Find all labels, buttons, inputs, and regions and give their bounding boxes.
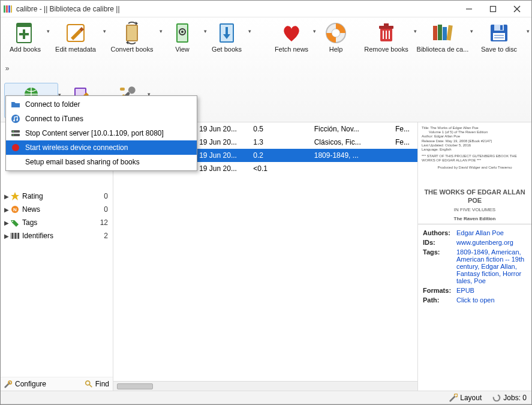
svg-rect-14 <box>127 26 137 40</box>
spinner-icon <box>492 394 501 402</box>
fetch-news-button[interactable]: ▾ Fetch news <box>270 20 312 54</box>
svg-point-55 <box>13 131 14 132</box>
svg-rect-34 <box>438 25 442 40</box>
svg-point-71 <box>494 394 500 401</box>
library-icon <box>431 21 455 45</box>
menu-connect-folder[interactable]: Connect to folder <box>6 97 197 112</box>
svg-point-51 <box>13 120 15 122</box>
chevron-right-icon: ▶ <box>4 220 10 226</box>
svg-line-70 <box>89 385 92 387</box>
blank-icon <box>11 157 20 167</box>
chevron-right-icon: ▶ <box>4 233 10 239</box>
book-preview: Title: The Works of Edgar Allan Poe Volu… <box>418 122 531 224</box>
floppy-disk-icon <box>487 21 511 45</box>
svg-rect-49 <box>120 88 125 91</box>
detail-authors[interactable]: Edgar Allan Poe <box>456 229 527 236</box>
wrench-icon <box>4 380 13 388</box>
detail-ids[interactable]: www.gutenberg.org <box>456 239 527 246</box>
remove-books-button[interactable]: ▾ Remove books <box>359 20 413 54</box>
category-tags[interactable]: ▶ Tags 12 <box>1 216 113 229</box>
svg-rect-0 <box>4 5 5 13</box>
jobs-button[interactable]: Jobs: 0 <box>492 394 527 402</box>
menu-connect-itunes[interactable]: Connect to iTunes <box>6 112 197 126</box>
view-button[interactable]: ▾ View <box>161 20 203 54</box>
svg-point-20 <box>181 31 184 33</box>
svg-rect-33 <box>433 26 437 40</box>
library-button[interactable]: ▾ Biblioteca de ca... <box>416 20 470 54</box>
svg-rect-64 <box>14 233 14 239</box>
get-books-icon <box>215 21 239 45</box>
maximize-button[interactable] <box>481 1 505 17</box>
calibre-app-icon <box>3 4 13 14</box>
add-books-button[interactable]: ▾ Add books <box>4 20 46 54</box>
svg-point-56 <box>13 134 14 136</box>
news-icon: N <box>10 205 20 214</box>
heart-icon <box>279 21 303 45</box>
detail-path[interactable]: Click to open <box>456 296 527 304</box>
chevron-right-icon: ▶ <box>4 206 10 213</box>
minimize-button[interactable] <box>457 1 481 17</box>
svg-point-69 <box>85 381 89 385</box>
svg-rect-3 <box>11 5 12 13</box>
detail-tags[interactable]: 1809-1849, American, American fiction --… <box>456 248 527 284</box>
svg-point-57 <box>12 144 19 151</box>
edit-metadata-button[interactable]: ▾ Edit metadata <box>49 20 103 54</box>
svg-point-52 <box>16 119 18 121</box>
svg-point-26 <box>332 29 340 37</box>
close-button[interactable] <box>505 1 529 17</box>
svg-rect-1 <box>6 5 8 13</box>
svg-point-50 <box>11 115 20 123</box>
svg-rect-9 <box>17 23 31 27</box>
svg-rect-2 <box>8 5 10 13</box>
svg-rect-35 <box>443 27 447 40</box>
configure-link[interactable]: Configure <box>4 380 46 388</box>
svg-rect-67 <box>18 233 19 239</box>
book-details: Authors:Edgar Allan Poe IDs:www.gutenber… <box>418 224 531 311</box>
svg-rect-29 <box>384 23 389 26</box>
svg-text:N: N <box>13 207 17 212</box>
menu-setup-email[interactable]: Setup email based sharing of books <box>6 155 197 169</box>
menu-stop-content-server[interactable]: Stop Content server [10.0.1.109, port 80… <box>6 126 197 140</box>
svg-rect-40 <box>493 33 505 40</box>
menu-start-wireless[interactable]: Start wireless device connection <box>6 140 197 155</box>
convert-books-button[interactable]: ▾ Convert books <box>105 20 159 54</box>
dropdown-arrow-icon[interactable]: ▾ <box>248 28 251 34</box>
svg-marker-58 <box>11 192 19 200</box>
svg-rect-5 <box>491 6 496 11</box>
itunes-icon <box>11 114 20 124</box>
category-rating[interactable]: ▶ Rating 0 <box>1 190 113 203</box>
barcode-icon <box>10 231 20 241</box>
lifebuoy-icon <box>324 21 348 45</box>
svg-rect-66 <box>17 233 17 239</box>
chevron-right-icon: ▶ <box>4 193 10 200</box>
dropdown-arrow-icon[interactable]: ▾ <box>527 28 530 34</box>
layout-icon <box>449 394 458 402</box>
horizontal-scrollbar[interactable] <box>113 381 417 391</box>
svg-point-61 <box>12 221 13 222</box>
svg-rect-62 <box>11 233 11 239</box>
view-icon <box>170 21 194 45</box>
window-title: calibre - || Biblioteca de calibre || <box>16 5 457 13</box>
detail-formats[interactable]: EPUB <box>456 287 527 294</box>
edit-metadata-icon <box>64 21 88 45</box>
toolbar-more-button[interactable]: » <box>4 56 10 80</box>
svg-rect-39 <box>500 25 503 30</box>
svg-rect-63 <box>12 233 13 239</box>
star-icon <box>10 191 20 201</box>
convert-books-icon <box>120 21 144 45</box>
svg-rect-65 <box>15 233 16 239</box>
get-books-button[interactable]: ▾ Get books <box>206 20 248 54</box>
category-identifiers[interactable]: ▶ Identifiers 2 <box>1 229 113 242</box>
titlebar: calibre - || Biblioteca de calibre || <box>1 1 531 17</box>
add-books-icon <box>13 21 37 45</box>
save-to-disc-button[interactable]: ▾ Save to disc <box>472 20 526 54</box>
connect-share-menu: Connect to folder Connect to iTunes Stop… <box>5 95 197 171</box>
layout-button[interactable]: Layout <box>449 394 482 402</box>
category-news[interactable]: ▶ N News 0 <box>1 203 113 216</box>
help-button[interactable]: Help <box>315 20 357 54</box>
status-bar: Layout Jobs: 0 <box>1 391 531 404</box>
book-details-pane: Title: The Works of Edgar Allan Poe Volu… <box>417 122 531 391</box>
find-link[interactable]: Find <box>85 380 109 388</box>
folder-icon <box>11 100 20 109</box>
server-icon <box>11 128 20 138</box>
